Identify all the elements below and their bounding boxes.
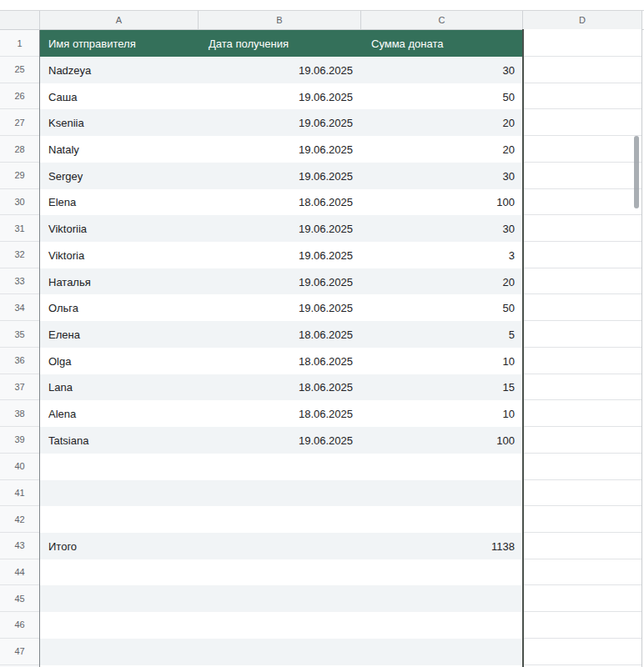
row-number[interactable]: 42 (0, 506, 39, 533)
cell-d[interactable] (524, 268, 642, 295)
cell-d[interactable] (524, 57, 642, 83)
column-header-d[interactable]: D (523, 11, 642, 29)
table-row (40, 585, 522, 612)
cell-amount[interactable]: 50 (40, 302, 515, 314)
table-row: Alena18.06.202510 (40, 400, 522, 427)
cell-amount[interactable]: 50 (40, 90, 515, 103)
select-all-corner[interactable] (0, 11, 40, 29)
header-cell-amount[interactable]: Сумма доната (371, 38, 443, 50)
cell-d[interactable] (524, 163, 642, 189)
cell-d[interactable] (524, 427, 642, 454)
cell-d[interactable] (524, 374, 642, 401)
cell-amount[interactable]: 5 (40, 328, 515, 341)
row-number[interactable]: 27 (0, 109, 39, 136)
row-number[interactable]: 44 (0, 559, 39, 586)
cell-d[interactable] (524, 189, 642, 216)
table-row (40, 506, 522, 533)
cell-d[interactable] (524, 612, 642, 639)
cell-d[interactable] (524, 400, 642, 427)
cell-amount[interactable]: 15 (40, 381, 515, 394)
table-row: Nadzeya19.06.202530 (40, 57, 522, 83)
table-row: Kseniia19.06.202520 (40, 109, 522, 136)
cell-d[interactable] (524, 83, 642, 110)
table-row: Наталья19.06.202520 (40, 268, 522, 295)
row-number[interactable]: 47 (0, 639, 39, 665)
row-number[interactable]: 37 (0, 374, 39, 401)
row-number-1[interactable]: 1 (0, 30, 39, 57)
row-number[interactable]: 34 (0, 294, 39, 321)
row-number[interactable]: 28 (0, 136, 39, 163)
cell-d[interactable] (524, 109, 642, 136)
table-row: Viktoriia19.06.202530 (40, 215, 522, 242)
cell-d[interactable] (524, 559, 642, 586)
column-header-c[interactable]: C (361, 11, 523, 29)
cell-amount[interactable]: 10 (40, 354, 515, 367)
row-number[interactable]: 39 (0, 427, 39, 454)
table-row (40, 612, 522, 639)
row-header-column: 1 25262728293031323334353637383940414243… (0, 30, 40, 667)
spreadsheet: A B C D 1 252627282930313233343536373839… (0, 0, 644, 667)
column-header-b[interactable]: B (199, 11, 361, 29)
cell-d[interactable] (524, 29, 642, 57)
row-number[interactable]: 36 (0, 348, 39, 374)
row-number[interactable]: 30 (0, 189, 39, 216)
row-number[interactable]: 31 (0, 215, 39, 242)
header-cell-name[interactable]: Имя отправителя (48, 38, 136, 50)
table-body: Nadzeya19.06.202530Саша19.06.202550Kseni… (40, 57, 522, 665)
cell-d[interactable] (524, 321, 642, 348)
table-row: Sergey19.06.202530 (40, 163, 522, 189)
cell-d[interactable] (524, 215, 642, 242)
row-number[interactable]: 25 (0, 57, 39, 83)
table-row: Елена18.06.20255 (40, 321, 522, 348)
cell-amount[interactable]: 100 (40, 434, 515, 446)
row-number[interactable]: 46 (0, 612, 39, 639)
table-row: Elena18.06.2025100 (40, 189, 522, 216)
cell-amount[interactable]: 20 (40, 143, 515, 156)
cell-amount[interactable]: 30 (40, 169, 515, 182)
table-row: Olga18.06.202510 (40, 348, 522, 374)
cell-d[interactable] (524, 454, 642, 480)
cell-amount[interactable]: 20 (40, 117, 515, 129)
row-number[interactable]: 43 (0, 533, 39, 559)
table-row: Lana18.06.202515 (40, 374, 522, 401)
row-number[interactable]: 26 (0, 83, 39, 110)
table-row (40, 454, 522, 480)
cell-d[interactable] (524, 294, 642, 321)
cell-amount[interactable]: 30 (40, 63, 515, 76)
cell-d[interactable] (524, 480, 642, 507)
row-number[interactable]: 40 (0, 454, 39, 480)
header-cell-date[interactable]: Дата получения (209, 38, 289, 50)
table-row: Nataly19.06.202520 (40, 136, 522, 163)
cell-amount[interactable]: 10 (40, 408, 515, 420)
row-number[interactable]: 45 (0, 585, 39, 612)
cell-amount[interactable]: 1138 (40, 539, 515, 552)
row-number[interactable]: 29 (0, 163, 39, 189)
column-header-a[interactable]: A (40, 11, 199, 29)
cell-amount[interactable]: 3 (40, 248, 515, 261)
row-number[interactable]: 35 (0, 321, 39, 348)
cell-d[interactable] (524, 348, 642, 374)
cell-amount[interactable]: 20 (40, 275, 515, 288)
cell-d[interactable] (524, 506, 642, 533)
vertical-scrollbar-thumb[interactable] (634, 136, 639, 208)
table-row (40, 480, 522, 507)
table-row: Tatsiana19.06.2025100 (40, 427, 522, 454)
cell-d[interactable] (524, 585, 642, 612)
cell-amount[interactable]: 30 (40, 223, 515, 235)
column-header-row: A B C D (0, 10, 644, 30)
table-header-row: Имя отправителя Дата получения Сумма дон… (40, 30, 522, 57)
cell-d[interactable] (524, 533, 642, 559)
row-number[interactable]: 38 (0, 400, 39, 427)
cell-amount[interactable]: 100 (40, 196, 515, 208)
table-row: Саша19.06.202550 (40, 83, 522, 110)
cell-d[interactable] (524, 136, 642, 163)
row-number[interactable]: 41 (0, 480, 39, 507)
table-row: Ольга19.06.202550 (40, 294, 522, 321)
table-row (40, 559, 522, 586)
table-row: Итого1138 (40, 533, 522, 559)
row-number[interactable]: 33 (0, 268, 39, 295)
table-row (40, 639, 522, 665)
row-number[interactable]: 32 (0, 242, 39, 268)
cell-d[interactable] (524, 242, 642, 268)
cell-d[interactable] (524, 639, 642, 665)
